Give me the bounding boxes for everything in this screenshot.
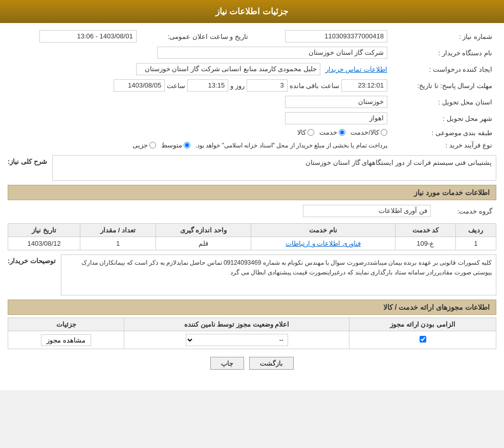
page-title: جزئیات اطلاعات نیاز <box>215 7 289 16</box>
service-name-link[interactable]: فناوری اطلاعات و ارتباطات <box>286 240 361 247</box>
need-number-label: شماره نیاز : <box>391 28 496 45</box>
print-button[interactable]: چاپ <box>210 357 244 370</box>
description-text: پشتیبانی فنی سیستم فرانت از دور ایستگاهه… <box>305 159 492 166</box>
permit-status-select[interactable]: -- <box>186 334 288 346</box>
cell-code: ع-109 <box>395 237 455 250</box>
table-row: -- مشاهده مجوز <box>8 331 496 349</box>
permits-section-title: اطلاعات مجوزهای ارائه خدمت / کالا <box>8 300 496 315</box>
th-permit-status: اعلام وضعیت مجوز توسط نامین کننده <box>124 318 349 331</box>
category-area: کالا/خدمت خدمت کالا <box>8 126 391 139</box>
deadline-remain-input: 23:12:01 <box>341 79 387 92</box>
deadline-area: 23:12:01 ساعت باقی مانده 3 روز و 13:15 س… <box>8 77 391 94</box>
cell-row: 1 <box>455 237 496 250</box>
permits-table: الزامی بودن ارائه مجوز اعلام وضعیت مجوز … <box>8 317 496 349</box>
th-permit-required: الزامی بودن ارائه مجوز <box>349 318 496 331</box>
radio-kala-khadamat-input[interactable] <box>381 129 387 136</box>
need-number-input: 1103093377000418 <box>285 30 387 42</box>
deadline-remain-label: ساعت باقی مانده <box>290 82 339 90</box>
services-title-text: اطلاعات خدمات مورد نیاز <box>414 188 490 197</box>
basic-info-table: شماره نیاز : 1103093377000418 تاریخ و سا… <box>8 28 496 151</box>
deadline-label: مهلت ارسال پاسخ: تا تاریخ: <box>391 77 496 94</box>
cell-unit: قلم <box>156 237 251 250</box>
page-wrapper: جزئیات اطلاعات نیاز شماره نیاز : 1103093… <box>0 0 504 390</box>
requester-contact-link[interactable]: اطلاعات تماس خریدار <box>325 66 387 73</box>
th-qty: تعداد / مقدار <box>80 224 156 237</box>
process-radio-group: متوسط جزیی <box>133 141 190 149</box>
main-content: شماره نیاز : 1103093377000418 تاریخ و سا… <box>0 23 504 375</box>
need-number-value: 1103093377000418 <box>252 28 391 45</box>
radio-khadamat-label: خدمت <box>319 129 337 136</box>
radio-kala-khadamat-label: کالا/خدمت <box>350 129 379 136</box>
cell-permit-required <box>349 331 496 349</box>
announce-label: تاریخ و ساعت اعلان عمومی: <box>141 28 252 45</box>
radio-jozi-input[interactable] <box>149 142 156 148</box>
permit-required-checkbox[interactable] <box>420 336 426 343</box>
city-input: اهواز <box>285 112 387 124</box>
table-row: 1 ع-109 فناوری اطلاعات و ارتباطات قلم 1 … <box>8 237 496 250</box>
province-label: استان محل تحویل : <box>391 94 496 110</box>
buyer-notes-label: توصیحات خریدار: <box>8 254 56 265</box>
requester-label: ایجاد کننده درخواست : <box>391 61 496 77</box>
announce-value: 1403/08/01 - 13:06 <box>8 28 141 45</box>
radio-mutawaset-label: متوسط <box>161 141 182 149</box>
cell-permit-details: مشاهده مجوز <box>8 331 124 349</box>
service-group-table: گروه خدمت: فن آوری اطلاعات <box>8 203 496 219</box>
service-group-value: فن آوری اطلاعات <box>8 203 435 219</box>
buyer-notes-content: کلیه کسورات قانونی بر عهده برنده بیمان م… <box>61 254 496 295</box>
category-radio-kala[interactable]: کالا <box>297 129 314 136</box>
description-box: پشتیبانی فنی سیستم فرانت از دور ایستگاهه… <box>52 155 496 181</box>
radio-kala-label: کالا <box>297 129 306 136</box>
process-label: نوع فرآیند خرید : <box>391 139 496 151</box>
service-group-input: فن آوری اطلاعات <box>303 205 431 217</box>
back-button[interactable]: بازگشت <box>249 357 294 370</box>
radio-jozi-label: جزیی <box>133 141 148 149</box>
requester-value: اطلاعات تماس خریدار جلیل محمودی کارمند م… <box>8 61 391 77</box>
deadline-date-input: 1403/08/05 <box>114 79 165 92</box>
deadline-time-input: 13:15 <box>187 79 228 92</box>
th-permit-details: جزئیات <box>8 318 124 331</box>
radio-kala-input[interactable] <box>308 129 314 136</box>
city-value: اهواز <box>8 110 391 126</box>
th-name: نام خدمت <box>251 224 396 237</box>
process-note: پرداخت تمام یا بخشی از مبلغ خریدار از مح… <box>195 142 387 149</box>
announce-input: 1403/08/01 - 13:06 <box>39 30 137 42</box>
cell-name: فناوری اطلاعات و ارتباطات <box>251 237 396 250</box>
permits-title-text: اطلاعات مجوزهای ارائه خدمت / کالا <box>383 303 490 311</box>
cell-permit-status: -- <box>124 331 349 349</box>
deadline-time-label: ساعت <box>167 82 185 90</box>
category-radio-khadamat[interactable]: خدمت <box>319 129 345 136</box>
services-table: ردیف کد خدمت نام خدمت واحد اندازه گیری ت… <box>8 223 496 250</box>
category-radio-group: کالا/خدمت خدمت کالا <box>297 129 387 136</box>
buyer-notes-text: کلیه کسورات قانونی بر عهده برنده بیمان م… <box>81 259 492 276</box>
process-area: پرداخت تمام یا بخشی از مبلغ خریدار از مح… <box>8 139 391 151</box>
view-permit-button[interactable]: مشاهده مجوز <box>41 334 91 346</box>
th-date: تاریخ نیاز <box>8 224 80 237</box>
service-group-label: گروه خدمت: <box>435 203 496 219</box>
category-radio-kala-khadamat[interactable]: کالا/خدمت <box>350 129 387 136</box>
province-value: خوزستان <box>8 94 391 110</box>
buyer-org-label: نام دستگاه خریدار : <box>391 45 496 61</box>
city-label: شهر محل تحویل : <box>391 110 496 126</box>
th-unit: واحد اندازه گیری <box>156 224 251 237</box>
radio-mutawaset-input[interactable] <box>184 142 190 148</box>
process-radio-jozi[interactable]: جزیی <box>133 141 156 149</box>
description-label: شرح کلی نیاز: <box>8 155 47 165</box>
th-row: ردیف <box>455 224 496 237</box>
page-header: جزئیات اطلاعات نیاز <box>0 0 504 23</box>
buyer-notes-area: کلیه کسورات قانونی بر عهده برنده بیمان م… <box>8 254 496 295</box>
requester-input: جلیل محمودی کارمند منابع انسانی شرکت گاز… <box>136 63 320 75</box>
th-code: کد خدمت <box>395 224 455 237</box>
services-section-title: اطلاعات خدمات مورد نیاز <box>8 185 496 200</box>
process-radio-mutawaset[interactable]: متوسط <box>161 141 190 149</box>
buyer-org-input: شرکت گاز استان خوزستان <box>157 47 387 59</box>
description-content: پشتیبانی فنی سیستم فرانت از دور ایستگاهه… <box>52 155 496 181</box>
deadline-days-input: 3 <box>247 79 288 92</box>
category-label: طبقه بندی موضوعی : <box>391 126 496 139</box>
radio-khadamat-input[interactable] <box>339 129 345 136</box>
description-area: پشتیبانی فنی سیستم فرانت از دور ایستگاهه… <box>8 155 496 181</box>
cell-date: 1403/08/12 <box>8 237 80 250</box>
deadline-day-label: روز و <box>230 82 245 90</box>
action-buttons: بازگشت چاپ <box>8 357 496 370</box>
cell-qty: 1 <box>80 237 156 250</box>
buyer-org-value: شرکت گاز استان خوزستان <box>8 45 391 61</box>
